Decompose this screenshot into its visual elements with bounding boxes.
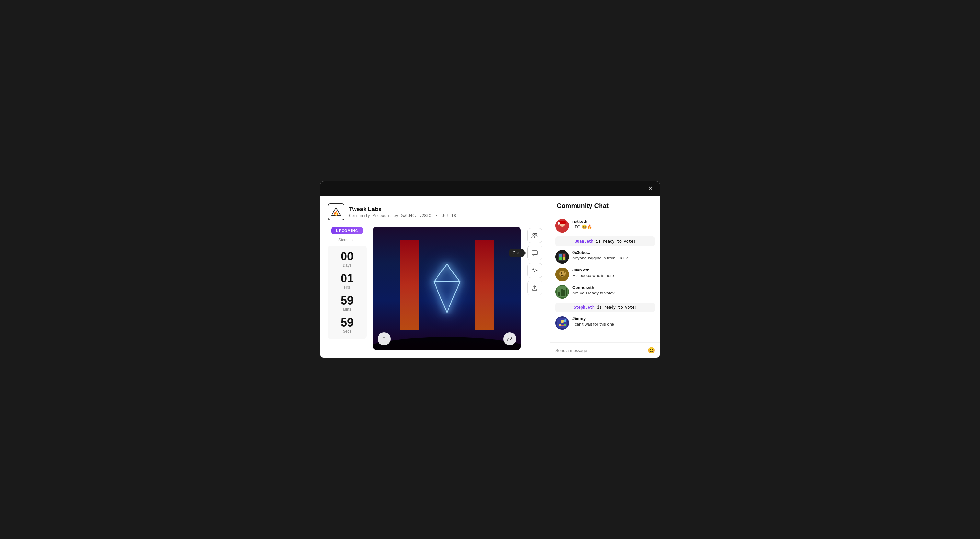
- svg-rect-31: [566, 288, 567, 296]
- avatar: [555, 219, 569, 233]
- system-addr: J0an.eth: [575, 239, 594, 244]
- header-row: 🔥 Tweak Labs Community Proposal by 0x6d4…: [328, 203, 542, 220]
- chat-messages: nati.eth LFG 😄🔥 J0an.eth is ready to vot…: [550, 214, 660, 343]
- countdown-mins: 59 Mins: [334, 295, 360, 312]
- svg-rect-37: [561, 325, 563, 326]
- svg-rect-28: [558, 292, 560, 296]
- svg-text:🔥: 🔥: [334, 210, 339, 216]
- days-value: 00: [334, 251, 360, 262]
- days-label: Days: [334, 263, 360, 268]
- chat-input[interactable]: [555, 348, 645, 353]
- mins-label: Mins: [334, 307, 360, 312]
- chat-button[interactable]: [527, 246, 542, 260]
- event-image: [373, 227, 521, 350]
- people-icon: [531, 232, 538, 239]
- 0x3ebe-avatar: [555, 250, 569, 264]
- svg-point-22: [561, 273, 562, 274]
- mins-value: 59: [334, 295, 360, 306]
- content-area: UPCOMING Starts in... 00 Days 01 Hrs 59: [328, 227, 542, 350]
- avatar: [555, 268, 569, 281]
- meta-dot: •: [435, 214, 438, 218]
- svg-rect-36: [563, 324, 566, 326]
- message-text: Hellooooo who is here: [572, 273, 614, 278]
- message-content: J0an.eth Hellooooo who is here: [572, 268, 614, 278]
- countdown-secs: 59 Secs: [334, 317, 360, 334]
- jimmy-avatar: [555, 316, 569, 330]
- svg-point-5: [533, 233, 535, 235]
- activity-icon: [531, 267, 538, 274]
- upload-button[interactable]: [377, 332, 390, 345]
- neon-diamond-icon: [429, 262, 465, 314]
- upcoming-badge: UPCOMING: [331, 227, 364, 234]
- chat-tooltip: Chat: [509, 249, 524, 257]
- right-panel: Community Chat: [550, 196, 660, 358]
- message-content: 0x3ebe... Anyone logging in from HKG?: [572, 250, 628, 260]
- hrs-label: Hrs: [334, 285, 360, 290]
- chat-input-area: 😊: [550, 343, 660, 358]
- fire-triangle-icon: 🔥: [331, 207, 341, 217]
- svg-point-6: [535, 233, 537, 235]
- svg-rect-16: [559, 254, 562, 257]
- system-text: is ready to vote!: [597, 305, 637, 310]
- list-item: nati.eth LFG 😄🔥: [555, 219, 655, 233]
- svg-rect-19: [563, 257, 565, 260]
- header-text: Tweak Labs Community Proposal by 0x6d4C.…: [349, 206, 456, 218]
- avatar: [555, 285, 569, 299]
- message-content: Conner.eth Are you ready to vote?: [572, 285, 615, 295]
- meta-type: Community Proposal: [349, 214, 391, 218]
- message-author: 0x3ebe...: [572, 250, 628, 255]
- svg-rect-7: [532, 251, 537, 255]
- message-text: I can't wait for this one: [572, 322, 614, 327]
- starts-in-label: Starts in...: [338, 238, 356, 242]
- red-pillar-right: [475, 240, 494, 330]
- svg-rect-35: [559, 324, 561, 326]
- sidebar-countdown: UPCOMING Starts in... 00 Days 01 Hrs 59: [328, 227, 366, 350]
- countdown-days: 00 Days: [334, 251, 360, 268]
- system-addr: Steph.eth: [574, 305, 595, 310]
- upload-icon: [382, 336, 387, 341]
- chat-btn-wrapper: Chat: [527, 246, 542, 260]
- message-author: Conner.eth: [572, 285, 615, 290]
- message-content: Jimmy I can't wait for this one: [572, 316, 614, 327]
- system-text: is ready to vote!: [596, 239, 636, 244]
- red-pillar-left: [399, 240, 419, 330]
- countdown-card: 00 Days 01 Hrs 59 Mins 59: [328, 246, 366, 339]
- expand-button[interactable]: [503, 332, 516, 345]
- chat-icon: [531, 250, 538, 256]
- proposal-title: Tweak Labs: [349, 206, 456, 213]
- svg-marker-2: [434, 264, 460, 313]
- svg-rect-18: [559, 257, 562, 260]
- meta-address: 0x6d4C...283C: [401, 214, 431, 218]
- message-author: nati.eth: [572, 219, 592, 224]
- list-item: 0x3ebe... Anyone logging in from HKG?: [555, 250, 655, 264]
- image-overlay-buttons: [377, 332, 516, 345]
- close-button[interactable]: ✕: [646, 184, 655, 193]
- svg-rect-30: [563, 290, 565, 296]
- secs-label: Secs: [334, 329, 360, 334]
- svg-rect-4: [382, 341, 386, 341]
- svg-point-34: [561, 320, 564, 323]
- svg-point-38: [564, 319, 566, 322]
- avatar: [555, 316, 569, 330]
- message-text: LFG 😄🔥: [572, 225, 592, 229]
- message-text: Anyone logging in from HKG?: [572, 255, 628, 260]
- header-meta: Community Proposal by 0x6d4C...283C • Ju…: [349, 214, 456, 218]
- chat-header: Community Chat: [550, 196, 660, 214]
- activity-button[interactable]: [527, 263, 542, 278]
- countdown-hrs: 01 Hrs: [334, 273, 360, 290]
- share-button[interactable]: [527, 281, 542, 295]
- svg-rect-12: [559, 221, 566, 224]
- meta-by: by: [393, 214, 401, 218]
- svg-point-25: [563, 271, 565, 273]
- emoji-button[interactable]: 😊: [648, 347, 655, 354]
- people-button[interactable]: [527, 228, 542, 243]
- joan-avatar: [555, 268, 569, 281]
- meta-date: Jul 18: [442, 214, 456, 218]
- avatar: [555, 250, 569, 264]
- svg-rect-17: [563, 254, 565, 257]
- list-item: J0an.eth is ready to vote!: [555, 236, 655, 246]
- list-item: J0an.eth Hellooooo who is here: [555, 268, 655, 281]
- expand-icon: [507, 336, 512, 341]
- main-content: 🔥 Tweak Labs Community Proposal by 0x6d4…: [320, 196, 660, 358]
- top-bar: ✕: [320, 181, 660, 196]
